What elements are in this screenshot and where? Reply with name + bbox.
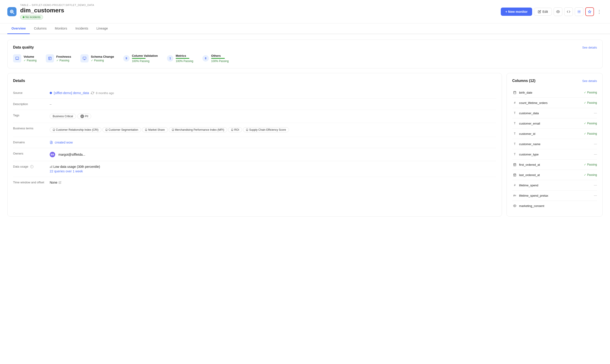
lifetime-spend-status: –– [594, 184, 597, 187]
owner-avatar: MA [50, 152, 55, 157]
app-logo [7, 7, 16, 16]
app-container: TABLE – SIFFLET-DEMO-PROJECT.SIFFLET_DEM… [0, 0, 610, 364]
birth-date-type-icon [512, 90, 517, 95]
term-customer-segmentation[interactable]: Customer Segmentation [102, 127, 141, 132]
svg-point-32 [514, 205, 515, 206]
details-columns-layout: Details Source [sifflet-demo] demo_data … [7, 73, 603, 217]
edit-button[interactable]: Edit [534, 8, 552, 15]
data-quality-see-details[interactable]: See details [582, 46, 597, 49]
main-content: Data quality See details Volume ✓ Passin… [0, 34, 610, 222]
tab-overview[interactable]: Overview [7, 23, 30, 34]
customer-name-type-icon: T [512, 142, 517, 146]
time-window-edit-icon[interactable] [59, 181, 61, 184]
queries-link[interactable]: 22 queries over 1 week [50, 169, 496, 173]
svg-rect-17 [50, 167, 50, 168]
columns-card: Columns (12) See details birth_date ✓ Pa… [506, 73, 603, 217]
tab-columns[interactable]: Columns [30, 23, 51, 34]
detail-row-description: Description – [13, 99, 496, 110]
column-row-customer-email: T customer_email ✓ Passing [512, 118, 597, 129]
details-title: Details [13, 79, 25, 83]
tab-incidents[interactable]: Incidents [71, 23, 92, 34]
svg-rect-22 [514, 163, 516, 166]
details-header: Details [13, 79, 496, 83]
customer-name-status: –– [594, 143, 597, 146]
data-usage-info-icon[interactable]: i [30, 165, 33, 168]
metric-volume: Volume ✓ Passing [13, 54, 37, 63]
details-card: Details Source [sifflet-demo] demo_data … [7, 73, 502, 217]
tab-lineage[interactable]: Lineage [92, 23, 112, 34]
term-cri[interactable]: Customer Relationship Index (CRI) [50, 127, 102, 132]
detail-row-owners: Owners MA margot@siffletda... [13, 148, 496, 161]
metric-others-info: Others 100% Passing [211, 54, 229, 63]
header: TABLE – SIFFLET-DEMO-PROJECT.SIFFLET_DEM… [0, 0, 610, 23]
source-dot-icon [50, 92, 52, 94]
svg-rect-10 [83, 57, 86, 59]
svg-point-1 [11, 11, 12, 12]
customer-email-type-icon: T [512, 121, 517, 126]
detail-row-source: Source [sifflet-demo] demo_data 8 months… [13, 88, 496, 99]
sync-icon [91, 91, 94, 94]
new-monitor-button[interactable]: + New monitor [501, 8, 532, 16]
svg-rect-5 [15, 57, 19, 59]
term-roi[interactable]: ROI [228, 127, 242, 132]
columns-see-details[interactable]: See details [582, 79, 597, 83]
metric-freshness: Freshness ✓ Passing [46, 54, 71, 63]
data-quality-header: Data quality See details [13, 45, 597, 50]
usage-bar-icon [50, 165, 52, 168]
column-row-first-ordered-at: first_ordered_at ✓ Passing [512, 160, 597, 170]
columns-list: birth_date ✓ Passing # count_lifetime_or… [512, 88, 597, 211]
count-lifetime-orders-type-icon: # [512, 100, 517, 105]
svg-point-3 [558, 11, 558, 12]
sparkle-icon [588, 10, 591, 13]
book-icon-6 [246, 129, 248, 131]
header-subtitle: TABLE – SIFFLET-DEMO-PROJECT.SIFFLET_DEM… [20, 4, 497, 6]
term-mpi[interactable]: Merchandising Performance Index (MPI) [169, 127, 227, 132]
term-supply-chain[interactable]: Supply Chain Efficiency Score [243, 127, 289, 132]
domain-link[interactable]: created wow [55, 141, 73, 144]
code-button[interactable] [564, 7, 573, 16]
ai-button[interactable] [575, 7, 584, 16]
metric-metrics-info: Metrics 100% Passing [176, 54, 193, 63]
last-ordered-at-type-icon [512, 172, 517, 177]
marketing-consent-type-icon [512, 203, 517, 208]
column-row-customer-type: T customer_type –– [512, 149, 597, 160]
first-ordered-at-status: ✓ Passing [584, 163, 597, 166]
svg-rect-16 [51, 166, 51, 168]
metric-freshness-info: Freshness ✓ Passing [56, 55, 71, 62]
book-icon-3 [145, 129, 147, 131]
last-ordered-at-status: ✓ Passing [584, 173, 597, 177]
svg-line-2 [13, 13, 14, 14]
others-progress-bar [211, 58, 225, 59]
green-dot-icon [23, 16, 25, 18]
detail-row-tags: Tags Business Critical + PII [13, 110, 496, 123]
metric-metrics: 1 Metrics 100% Passing [167, 54, 193, 63]
detail-row-domains: Domains created wow [13, 137, 496, 148]
freshness-icon [46, 54, 54, 63]
sparkle-button[interactable] [585, 7, 594, 16]
tag-pii[interactable]: + PII [78, 114, 91, 119]
edit-icon [538, 10, 541, 13]
data-quality-card: Data quality See details Volume ✓ Passin… [7, 39, 603, 68]
metrics-progress-bar [176, 58, 189, 59]
tag-business-critical[interactable]: Business Critical [50, 114, 76, 119]
column-row-lifetime-spend-pretax: #= lifetime_spend_pretax –– [512, 191, 597, 201]
detail-row-time-window: Time window and offset None [13, 177, 496, 188]
more-options-button[interactable]: ⋮ [596, 8, 603, 15]
book-icon-5 [231, 129, 233, 131]
term-market-share[interactable]: Market Share [142, 127, 168, 132]
metric-others: 8 Others 100% Passing [202, 54, 229, 63]
lifetime-spend-pretax-type-icon: #= [512, 193, 517, 198]
details-table: Source [sifflet-demo] demo_data 8 months… [13, 88, 496, 188]
column-row-last-ordered-at: last_ordered_at ✓ Passing [512, 170, 597, 180]
column-row-customer-data: T customer_data –– [512, 108, 597, 118]
view-button[interactable] [554, 7, 562, 16]
customer-data-status: –– [594, 112, 597, 115]
metric-column-validation: 9 Column Validation 100% Passing [123, 54, 158, 63]
book-icon-4 [172, 129, 174, 131]
tab-monitors[interactable]: Monitors [51, 23, 71, 34]
data-usage-value: Low data usage (30th percentile) 22 quer… [50, 165, 496, 173]
metric-schema-change-info: Schema Change ✓ Passing [91, 55, 114, 62]
customer-type-type-icon: T [512, 152, 517, 157]
metric-column-validation-info: Column Validation 100% Passing [132, 54, 158, 63]
source-link[interactable]: [sifflet-demo] demo_data [54, 91, 89, 95]
